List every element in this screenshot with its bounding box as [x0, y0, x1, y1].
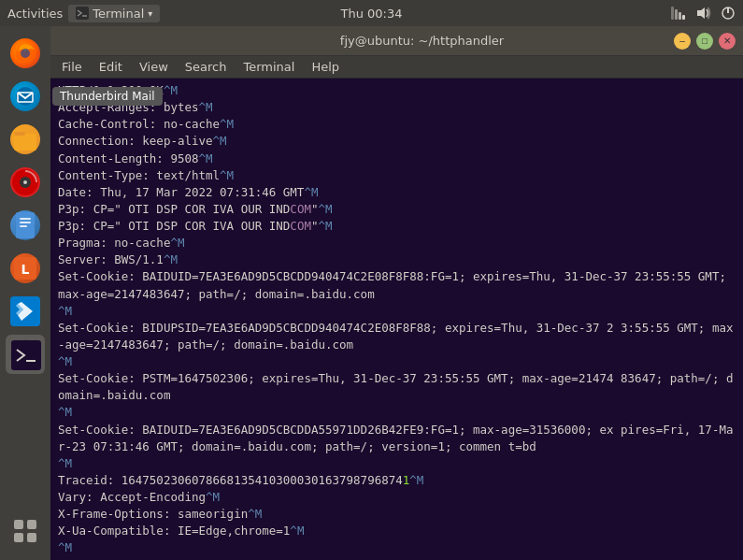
terminal-output[interactable]: HTTP/1.1 200 OK^M Accept-Ranges: bytes^M… [50, 79, 743, 560]
libreoffice-icon: L [10, 253, 40, 283]
terminal-taskbar-icon [76, 7, 89, 20]
table-row: P3p: CP=" OTI DSP COR IVA OUR IND COM "^… [58, 218, 736, 235]
sidebar-icon-files[interactable] [6, 120, 45, 159]
terminal-window: fjy@ubuntu: ~/httphandler – □ ✕ File Edi… [50, 26, 743, 560]
sidebar: Thunderbird Mail [0, 26, 50, 560]
svg-rect-5 [682, 15, 685, 20]
minimize-button[interactable]: – [674, 33, 691, 50]
firefox-icon [10, 38, 40, 68]
table-row: @ [58, 557, 736, 561]
terminal-taskbar-label: Terminal [93, 7, 144, 21]
vscode-icon [10, 296, 40, 326]
sidebar-icon-vscode[interactable] [6, 292, 45, 331]
table-row: Set-Cookie: BIDUPSID=7EA3E6AD9D5CBCDD940… [58, 320, 736, 370]
table-row: Content-Length: 9508^M [58, 151, 736, 167]
system-time: Thu 00:34 [340, 7, 402, 21]
table-row: Connection: keep-alive^M [58, 133, 736, 150]
title-bar: fjy@ubuntu: ~/httphandler – □ ✕ [50, 26, 743, 56]
volume-icon[interactable] [696, 7, 711, 20]
table-row: Set-Cookie: PSTM=1647502306; expires=Thu… [58, 370, 736, 421]
menu-search[interactable]: Search [178, 58, 235, 76]
sidebar-icon-document-viewer[interactable] [6, 206, 45, 245]
table-row: X-Ua-Compatible: IE=Edge,chrome=1^M [58, 523, 736, 539]
files-icon [10, 124, 40, 154]
svg-rect-29 [14, 533, 23, 542]
table-row: Set-Cookie: BAIDUID=7EA3E6AD9D5CBCDD9404… [58, 268, 736, 319]
ctrl-m: ^M [164, 82, 178, 99]
system-tray [670, 6, 736, 21]
menu-bar: File Edit View Search Terminal Help [50, 56, 743, 79]
table-row: Cache-Control: no-cache^M [58, 116, 736, 133]
svg-rect-30 [27, 533, 36, 542]
table-row: Server: BWS/1.1^M [58, 251, 736, 268]
window-controls: – □ ✕ [674, 33, 736, 50]
sidebar-icon-rhythmbox[interactable] [6, 163, 45, 202]
sidebar-icon-terminal[interactable] [6, 335, 45, 374]
sidebar-icon-firefox[interactable] [6, 34, 45, 73]
document-viewer-icon [10, 210, 40, 240]
activities-button[interactable]: Activities [7, 7, 63, 21]
table-row: Pragma: no-cache^M [58, 235, 736, 251]
menu-view[interactable]: View [132, 58, 176, 76]
svg-rect-13 [14, 134, 36, 151]
svg-rect-28 [27, 520, 36, 529]
svg-text:L: L [21, 262, 30, 277]
window-title: fjy@ubuntu: ~/httphandler [340, 34, 504, 48]
svg-rect-21 [20, 225, 27, 227]
svg-rect-14 [14, 132, 25, 136]
sidebar-icon-libreoffice[interactable]: L [6, 249, 45, 288]
svg-rect-19 [20, 218, 31, 220]
table-row: X-Frame-Options: sameorigin^M [58, 506, 736, 523]
svg-rect-3 [675, 9, 678, 20]
thunderbird-icon [10, 81, 40, 111]
svg-point-10 [21, 49, 30, 58]
sidebar-icon-thunderbird[interactable]: Thunderbird Mail [6, 77, 45, 116]
terminal-app-indicator[interactable]: Terminal ▾ [68, 5, 160, 22]
rhythmbox-icon [10, 167, 40, 197]
maximize-button[interactable]: □ [696, 33, 713, 50]
system-bar-left: Activities Terminal ▾ [7, 5, 160, 22]
svg-rect-2 [671, 7, 674, 20]
terminal-sidebar-icon [10, 339, 40, 369]
table-row: Date: Thu, 17 Mar 2022 07:31:46 GMT^M [58, 184, 736, 201]
table-row: Vary: Accept-Encoding^M [58, 489, 736, 506]
thunderbird-tooltip: Thunderbird Mail [52, 87, 163, 106]
apps-grid-icon [12, 518, 38, 548]
svg-rect-20 [20, 222, 31, 223]
network-icon[interactable] [670, 7, 687, 20]
menu-help[interactable]: Help [304, 58, 347, 76]
table-row: Traceid: 1647502306078668135410300030163… [58, 472, 736, 489]
svg-rect-4 [679, 12, 681, 20]
system-bar: Activities Terminal ▾ Thu 00:34 [0, 0, 743, 26]
power-icon[interactable] [721, 6, 736, 21]
menu-edit[interactable]: Edit [92, 58, 130, 76]
sidebar-icon-apps[interactable] [6, 513, 45, 553]
svg-rect-27 [14, 520, 23, 529]
svg-marker-6 [697, 7, 705, 19]
table-row: ^M [58, 539, 736, 556]
menu-file[interactable]: File [54, 58, 90, 76]
table-row: Content-Type: text/html^M [58, 167, 736, 184]
svg-rect-25 [11, 340, 41, 370]
svg-point-17 [23, 180, 27, 184]
menu-terminal[interactable]: Terminal [236, 58, 302, 76]
svg-point-11 [16, 87, 35, 106]
table-row: Set-Cookie: BAIDUID=7EA3E6AD9D5CBCDDA559… [58, 422, 736, 472]
close-button[interactable]: ✕ [719, 33, 736, 50]
terminal-taskbar-arrow: ▾ [148, 8, 152, 19]
table-row: P3p: CP=" OTI DSP COR IVA OUR IND COM "^… [58, 201, 736, 218]
